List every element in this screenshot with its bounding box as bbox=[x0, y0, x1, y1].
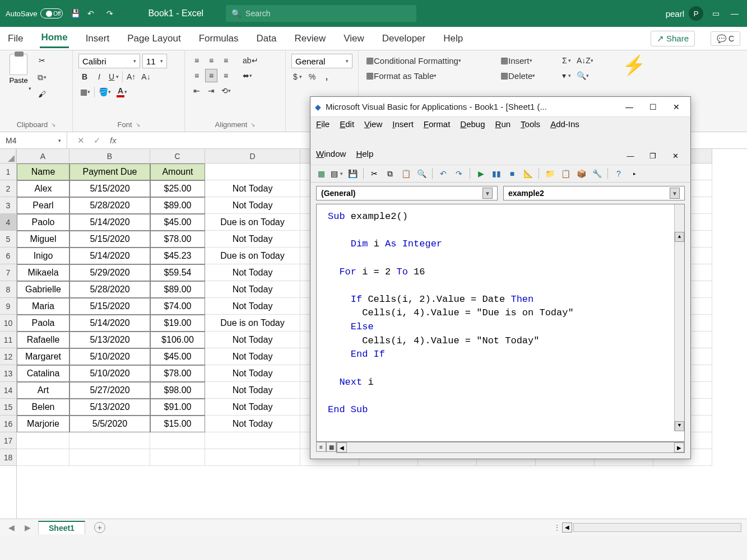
ideas-icon[interactable]: ⚡ bbox=[622, 54, 644, 76]
row-header-16[interactable]: 16 bbox=[0, 416, 16, 432]
object-browser-icon[interactable]: 📦 bbox=[575, 167, 587, 180]
vba-menu-edit[interactable]: Edit bbox=[340, 119, 354, 129]
cell[interactable]: Mikaela bbox=[17, 264, 69, 281]
cell[interactable]: Alex bbox=[17, 180, 69, 197]
cell[interactable] bbox=[150, 432, 205, 449]
vba-proc-dropdown[interactable]: example2▼ bbox=[503, 186, 685, 200]
proc-view-icon[interactable]: ≡ bbox=[316, 442, 326, 452]
orientation-icon[interactable]: ⟲▾ bbox=[220, 84, 233, 97]
vba-minimize[interactable]: — bbox=[620, 100, 639, 114]
cell[interactable]: Pearl bbox=[17, 197, 69, 214]
format-painter-icon[interactable]: 🖌 bbox=[36, 87, 48, 101]
vba-close[interactable]: ✕ bbox=[667, 100, 686, 114]
cancel-icon[interactable]: ✕ bbox=[77, 136, 85, 146]
row-header-14[interactable]: 14 bbox=[0, 382, 16, 399]
cell[interactable]: 5/13/2020 bbox=[69, 332, 150, 348]
cell[interactable]: Belen bbox=[17, 399, 69, 416]
cell[interactable]: Miguel bbox=[17, 231, 69, 248]
align-top-icon[interactable]: ≡ bbox=[191, 54, 203, 67]
cell[interactable]: $15.00 bbox=[150, 416, 205, 432]
cell[interactable]: $78.00 bbox=[150, 231, 205, 248]
cell[interactable]: $45.00 bbox=[150, 348, 205, 365]
row-header-18[interactable]: 18 bbox=[0, 449, 16, 466]
cell[interactable] bbox=[69, 432, 150, 449]
font-size[interactable]: 11▾ bbox=[142, 54, 167, 68]
copy-icon[interactable]: ⧉▾ bbox=[36, 71, 48, 84]
undo-icon[interactable]: ↶ bbox=[437, 167, 449, 180]
cell[interactable]: 5/15/2020 bbox=[69, 298, 150, 315]
vba-child-restore[interactable]: ❐ bbox=[643, 149, 662, 162]
cell[interactable]: $78.00 bbox=[150, 365, 205, 382]
currency-icon[interactable]: $▾ bbox=[291, 70, 304, 83]
cell[interactable]: $91.00 bbox=[150, 399, 205, 416]
find-icon[interactable]: 🔍 bbox=[415, 167, 428, 180]
redo-icon[interactable]: ↷ bbox=[453, 167, 465, 180]
cell[interactable]: 5/10/2020 bbox=[69, 348, 150, 365]
cell[interactable]: 5/29/2020 bbox=[69, 264, 150, 281]
tab-help[interactable]: Help bbox=[442, 30, 464, 48]
bold-button[interactable]: B bbox=[78, 70, 91, 83]
align-mid-icon[interactable]: ≡ bbox=[205, 54, 217, 67]
vba-menu-format[interactable]: Format bbox=[424, 119, 451, 129]
find-icon[interactable]: 🔍▾ bbox=[575, 69, 591, 82]
vba-menu-run[interactable]: Run bbox=[495, 119, 511, 129]
cell[interactable]: $25.00 bbox=[150, 180, 205, 197]
cell[interactable]: Catalina bbox=[17, 365, 69, 382]
row-header-2[interactable]: 2 bbox=[0, 180, 16, 197]
vba-menu-view[interactable]: View bbox=[364, 119, 382, 129]
cut-icon[interactable]: ✂ bbox=[368, 167, 381, 180]
reset-icon[interactable]: ■ bbox=[506, 167, 518, 180]
cell[interactable]: 5/15/2020 bbox=[69, 180, 150, 197]
fill-color-icon[interactable]: 🪣▾ bbox=[97, 85, 113, 99]
vba-code-editor[interactable]: Sub example2() Dim i As Integer For i = … bbox=[316, 204, 685, 442]
cell[interactable]: Name bbox=[17, 164, 69, 180]
fx-icon[interactable]: fx bbox=[110, 136, 117, 146]
align-center-icon[interactable]: ≡ bbox=[205, 69, 217, 82]
paste-icon[interactable]: 📋 bbox=[400, 167, 412, 180]
cell[interactable] bbox=[17, 432, 69, 449]
col-header-A[interactable]: A bbox=[17, 149, 69, 164]
format-as-table[interactable]: ▦ Format as Table▾ bbox=[364, 69, 438, 82]
enter-icon[interactable]: ✓ bbox=[94, 136, 101, 146]
cell[interactable]: Not Today bbox=[205, 298, 300, 315]
font-selector[interactable]: Calibri▾ bbox=[78, 54, 140, 68]
align-bot-icon[interactable]: ≡ bbox=[220, 54, 232, 67]
cell[interactable]: Not Today bbox=[205, 180, 300, 197]
cell[interactable]: Due is on Today bbox=[205, 214, 300, 231]
row-header-12[interactable]: 12 bbox=[0, 348, 16, 365]
cell[interactable] bbox=[150, 449, 205, 466]
tab-review[interactable]: Review bbox=[293, 30, 327, 48]
align-left-icon[interactable]: ≡ bbox=[191, 69, 203, 82]
number-format[interactable]: General▾ bbox=[291, 54, 352, 68]
grow-font-icon[interactable]: A↑ bbox=[125, 70, 137, 83]
tab-view[interactable]: View bbox=[342, 30, 365, 48]
cell[interactable]: Due is on Today bbox=[205, 248, 300, 264]
project-icon[interactable]: 📁 bbox=[544, 167, 556, 180]
vba-child-min[interactable]: — bbox=[621, 149, 640, 162]
search-box[interactable]: 🔍 Search bbox=[226, 5, 416, 22]
col-header-C[interactable]: C bbox=[150, 149, 205, 164]
row-header-3[interactable]: 3 bbox=[0, 197, 16, 214]
cell[interactable]: $59.54 bbox=[150, 264, 205, 281]
col-header-D[interactable]: D bbox=[205, 149, 300, 164]
cell[interactable]: 5/13/2020 bbox=[69, 399, 150, 416]
hscroll-left[interactable]: ◀ bbox=[562, 522, 572, 533]
cell[interactable]: 5/14/2020 bbox=[69, 248, 150, 264]
cell[interactable]: Paola bbox=[17, 315, 69, 332]
insert-cells[interactable]: ▦ Insert ▾ bbox=[499, 54, 534, 67]
sheet-tab[interactable]: Sheet1 bbox=[38, 521, 85, 534]
autosave-toggle[interactable]: AutoSave Off bbox=[6, 8, 63, 18]
save-icon[interactable]: 💾 bbox=[346, 167, 359, 180]
cell[interactable]: 5/28/2020 bbox=[69, 281, 150, 298]
vba-hscroll[interactable]: ◀▶ bbox=[336, 442, 685, 453]
cell[interactable]: 5/15/2020 bbox=[69, 231, 150, 248]
tab-page-layout[interactable]: Page Layout bbox=[126, 30, 182, 48]
vba-title-bar[interactable]: ◆ Microsoft Visual Basic for Application… bbox=[310, 97, 690, 117]
help-icon[interactable]: ? bbox=[613, 167, 625, 180]
cell[interactable]: 5/28/2020 bbox=[69, 197, 150, 214]
comments-button[interactable]: 💬 C bbox=[711, 31, 740, 46]
row-header-7[interactable]: 7 bbox=[0, 264, 16, 281]
cell[interactable]: Gabrielle bbox=[17, 281, 69, 298]
cell[interactable]: $89.00 bbox=[150, 281, 205, 298]
shrink-font-icon[interactable]: A↓ bbox=[140, 70, 152, 83]
